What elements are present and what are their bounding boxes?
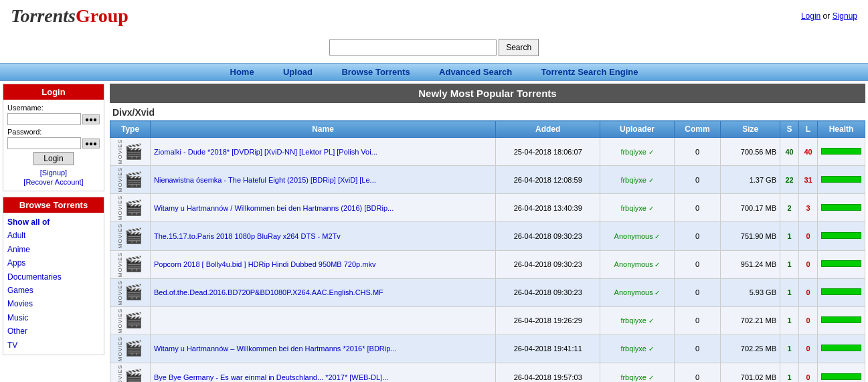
- col-uploader: Uploader: [600, 121, 674, 138]
- nav-torrentz[interactable]: Torrentz Search Engine: [541, 67, 638, 77]
- size-cell: 701.02 MB: [721, 363, 780, 383]
- torrent-name-link[interactable]: Ziomalki - Dude *2018* [DVDRip] [XviD-NN…: [154, 148, 377, 156]
- col-health: Health: [818, 121, 865, 138]
- table-row: MOVIES 🎬 26-04-2018 19:26:29frbqiyxe ✓07…: [110, 306, 865, 335]
- uploader-cell: frbqiyxe ✓: [600, 194, 674, 222]
- browse-category-anime[interactable]: Anime: [7, 243, 100, 256]
- nav-bar: Home Upload Browse Torrents Advanced Sea…: [0, 63, 868, 81]
- sidebar-signup-link[interactable]: [Signup]: [40, 169, 67, 177]
- size-cell: 751.90 MB: [721, 222, 780, 250]
- film-icon: 🎬: [124, 256, 143, 273]
- comm-cell: 0: [674, 306, 721, 335]
- login-submit-button[interactable]: Login: [33, 152, 73, 165]
- password-input[interactable]: [7, 137, 81, 149]
- type-cell: MOVIES 🎬: [110, 194, 151, 222]
- signup-link[interactable]: Signup: [833, 11, 857, 21]
- leechers-cell: 40: [799, 138, 818, 166]
- browse-show-all[interactable]: Show all of: [7, 215, 100, 229]
- col-type: Type: [110, 121, 151, 138]
- uploader-cell: frbqiyxe ✓: [600, 335, 674, 363]
- size-cell: 700.56 MB: [721, 138, 780, 166]
- search-button[interactable]: Search: [499, 39, 539, 56]
- leechers-cell: 0: [799, 363, 818, 383]
- uploader-cell: frbqiyxe ✓: [600, 306, 674, 335]
- torrent-name-link[interactable]: Bye Bye Germany - Es war einmal in Deuts…: [154, 373, 388, 381]
- uploader-link[interactable]: frbqiyxe: [620, 373, 646, 381]
- sidebar-recover-link[interactable]: [Recover Account]: [23, 178, 83, 186]
- password-label: Password:: [7, 128, 100, 136]
- torrent-name-link[interactable]: The.15.17.to.Paris 2018 1080p BluRay x26…: [154, 232, 341, 240]
- username-input[interactable]: [7, 113, 81, 125]
- type-label: MOVIES: [118, 167, 123, 192]
- col-name: Name: [151, 121, 496, 138]
- health-bar: [821, 316, 861, 323]
- nav-browse[interactable]: Browse Torrents: [341, 67, 410, 77]
- type-label: MOVIES: [118, 223, 123, 248]
- torrent-name-link[interactable]: Bed.of.the.Dead.2016.BD720P&BD1080P.X264…: [154, 288, 383, 296]
- health-cell: [818, 363, 865, 383]
- search-input[interactable]: [329, 39, 497, 56]
- type-label: MOVIES: [118, 195, 123, 220]
- uploader-cell: Anonymous ✓: [600, 278, 674, 306]
- login-title: Login: [3, 84, 104, 100]
- browse-category-games[interactable]: Games: [7, 284, 100, 297]
- comm-cell: 0: [674, 363, 721, 383]
- health-bar: [821, 260, 861, 267]
- comm-cell: 0: [674, 335, 721, 363]
- type-cell: MOVIES 🎬: [110, 250, 151, 278]
- browse-category-adult[interactable]: Adult: [7, 229, 100, 242]
- film-icon: 🎬: [124, 143, 143, 161]
- uploader-link[interactable]: frbqiyxe: [620, 345, 646, 353]
- seeders-cell: 1: [780, 363, 799, 383]
- browse-category-tv[interactable]: TV: [7, 339, 100, 352]
- browse-category-documentaries[interactable]: Documentaries: [7, 270, 100, 284]
- browse-category-music[interactable]: Music: [7, 311, 100, 324]
- nav-advanced[interactable]: Advanced Search: [439, 67, 512, 77]
- verified-icon: ✓: [653, 261, 661, 268]
- name-cell: [151, 306, 496, 335]
- film-icon: 🎬: [124, 171, 143, 189]
- comm-cell: 0: [674, 166, 721, 194]
- added-cell: 25-04-2018 18:06:07: [496, 138, 600, 166]
- sidebar: Login Username: ●●● Password: ●●● Login …: [0, 81, 107, 358]
- torrent-name-link[interactable]: Witamy u Hartmannów – Willkommen bei den…: [154, 345, 397, 353]
- verified-icon: ✓: [646, 177, 654, 184]
- login-link[interactable]: Login: [801, 11, 820, 21]
- uploader-link[interactable]: frbqiyxe: [620, 148, 646, 156]
- verified-icon: ✓: [646, 205, 654, 212]
- uploader-cell: frbqiyxe ✓: [600, 138, 674, 166]
- seeders-cell: 40: [780, 138, 799, 166]
- size-cell: 700.17 MB: [721, 194, 780, 222]
- col-added: Added: [496, 121, 600, 138]
- added-cell: 26-04-2018 09:30:23: [496, 250, 600, 278]
- type-cell: MOVIES 🎬: [110, 363, 151, 383]
- logo: TorrentsGroup: [11, 5, 128, 27]
- comm-cell: 0: [674, 250, 721, 278]
- browse-category-movies[interactable]: Movies: [7, 297, 100, 310]
- verified-icon: ✓: [653, 289, 661, 296]
- health-bar: [821, 176, 861, 183]
- torrent-name-link[interactable]: Nienawistna ósemka - The Hateful Eight (…: [154, 176, 376, 184]
- uploader-link[interactable]: Anonymous: [614, 232, 653, 240]
- torrent-name-link[interactable]: Popcorn 2018 [ Bolly4u.bid ] HDRip Hindi…: [154, 260, 375, 268]
- col-size: Size: [721, 121, 780, 138]
- comm-cell: 0: [674, 194, 721, 222]
- username-key-btn[interactable]: ●●●: [82, 114, 100, 124]
- health-bar: [821, 345, 861, 351]
- uploader-cell: Anonymous ✓: [600, 222, 674, 250]
- uploader-link[interactable]: Anonymous: [614, 260, 653, 268]
- added-cell: 26-04-2018 09:30:23: [496, 278, 600, 306]
- uploader-link[interactable]: frbqiyxe: [620, 176, 646, 184]
- nav-home[interactable]: Home: [230, 67, 254, 77]
- uploader-link[interactable]: frbqiyxe: [620, 316, 646, 324]
- seeders-cell: 1: [780, 250, 799, 278]
- browse-category-other[interactable]: Other: [7, 324, 100, 338]
- browse-category-apps[interactable]: Apps: [7, 256, 100, 270]
- uploader-link[interactable]: Anonymous: [614, 288, 653, 296]
- size-cell: 5.93 GB: [721, 278, 780, 306]
- nav-upload[interactable]: Upload: [283, 67, 313, 77]
- name-cell: Bed.of.the.Dead.2016.BD720P&BD1080P.X264…: [151, 278, 496, 306]
- password-key-btn[interactable]: ●●●: [82, 138, 100, 149]
- torrent-name-link[interactable]: Witamy u Hartmannów / Willkommen bei den…: [154, 204, 394, 212]
- uploader-link[interactable]: frbqiyxe: [620, 204, 646, 212]
